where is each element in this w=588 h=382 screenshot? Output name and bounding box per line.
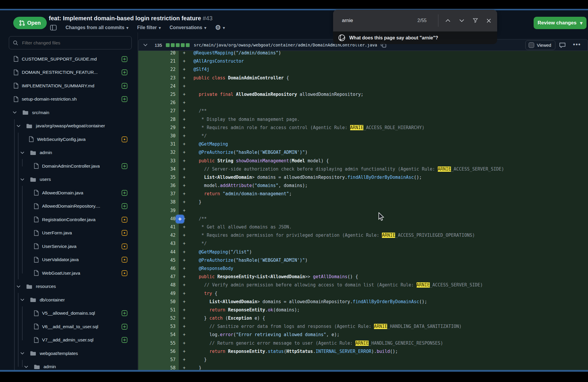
find-previous-button[interactable]	[443, 16, 453, 26]
code-token: AllowedDomain	[223, 299, 257, 304]
code-token: return	[209, 307, 225, 313]
diff-line-37: 37+ return "admin/domain-management";	[138, 190, 588, 198]
code-token: "/list"	[230, 249, 249, 255]
file-options-kebab[interactable]: •••	[573, 41, 581, 48]
code-token: (domains);	[273, 307, 300, 313]
code-text: return "admin/domain-management";	[193, 191, 292, 196]
folder-icon	[30, 150, 36, 155]
tree-file-domainadmincontroller-java[interactable]: DomainAdminController.java	[7, 159, 134, 173]
code-token	[215, 158, 217, 164]
addition-marker: +	[179, 266, 193, 271]
code-token: /**	[199, 216, 207, 221]
tree-file-setup-domain-restriction-sh[interactable]: setup-domain-restriction.sh	[7, 93, 134, 106]
code-token: List	[204, 175, 215, 180]
line-number: 26	[138, 99, 179, 107]
code-text: // Return generic error message to user …	[193, 341, 443, 346]
find-close-button[interactable]	[484, 16, 494, 26]
tree-folder-webgoat-templates[interactable]: webgoat/templates	[7, 347, 134, 360]
diffstat-added-block	[171, 43, 175, 47]
viewed-checkbox[interactable]: Viewed	[525, 40, 555, 50]
addition-marker: +	[179, 150, 193, 155]
sidebar-toggle-icon[interactable]	[50, 25, 57, 31]
search-match-highlight: ARNIE	[374, 324, 387, 329]
chevron-down-icon: ▾	[204, 26, 206, 30]
chevron-down-icon	[20, 178, 24, 181]
tree-folder-src-main[interactable]: src/main	[7, 106, 134, 119]
collapse-file-chevron-icon[interactable]	[143, 44, 148, 46]
file-filter-searchbox[interactable]	[9, 36, 132, 49]
code-token: (	[284, 349, 286, 354]
filter-changed-files-input[interactable]	[21, 40, 120, 46]
addition-marker: +	[179, 67, 193, 72]
chevron-down-icon	[20, 352, 24, 355]
addition-marker: +	[179, 141, 193, 147]
tree-file-label: WebGoatUser.java	[42, 271, 80, 276]
tree-folder-java-org-owasp-webgoat-container[interactable]: java/org/owasp/webgoat/container	[7, 119, 134, 133]
file-filter-dropdown[interactable]: File filter▾	[137, 25, 161, 30]
code-token: * Get all allowed domains as JSON.	[201, 224, 292, 230]
tree-file-registrationcontroller-java[interactable]: RegistrationController.java	[7, 213, 134, 226]
tree-file-alloweddomain-java[interactable]: AllowedDomain.java	[7, 186, 134, 200]
addition-marker: +	[179, 249, 193, 255]
file-status-modified-icon	[121, 216, 128, 223]
comment-icon[interactable]	[559, 42, 566, 49]
file-icon	[34, 190, 39, 196]
tree-folder-users[interactable]: users	[7, 173, 134, 186]
code-token: AllowedDomainRepository	[236, 92, 297, 97]
code-token: * Requires admin role for access control…	[201, 125, 350, 130]
conversations-dropdown[interactable]: Conversations▾	[170, 25, 206, 30]
tree-file-customer-support-guide-md[interactable]: CUSTOMER_SUPPORT_GUIDE.md	[7, 52, 134, 66]
file-status-added-icon	[121, 69, 128, 76]
code-text: */	[193, 133, 207, 139]
diff-line-58: 58+ }	[138, 364, 588, 370]
file-icon	[29, 136, 34, 142]
tree-file-v5-allowed-domains-sql[interactable]: V5__allowed_domains.sql	[7, 307, 134, 320]
tree-file-implementation-summary-md[interactable]: IMPLEMENTATION_SUMMARY.md	[7, 79, 134, 93]
tree-folder-admin[interactable]: admin	[7, 146, 134, 160]
tree-file-webgoatuser-java[interactable]: WebGoatUser.java	[7, 266, 134, 280]
tree-folder-db-container[interactable]: db/container	[7, 293, 134, 307]
tree-file-v7-add-admin-user-sql[interactable]: V7__add_admin_user.sql	[7, 333, 134, 347]
tree-file-domain-restriction-featur-[interactable]: DOMAIN_RESTRICTION_FEATUR...	[7, 66, 134, 79]
file-icon	[34, 203, 39, 209]
tree-file-userform-java[interactable]: UserForm.java	[7, 226, 134, 240]
code-token: () {	[348, 274, 358, 279]
ai-assistant-icon	[338, 34, 346, 42]
code-token: }	[193, 199, 201, 205]
changes-from-commits-dropdown[interactable]: Changes from all commits▾	[66, 25, 128, 30]
tree-file-uservalidator-java[interactable]: UserValidator.java	[7, 253, 134, 267]
code-token: getAllDomains	[313, 274, 347, 279]
tree-folder-label: admin	[40, 150, 52, 155]
code-token: <	[268, 274, 270, 279]
code-token: )	[305, 258, 308, 263]
code-token: try	[204, 291, 212, 296]
line-number: 27	[138, 107, 179, 115]
find-next-button[interactable]	[457, 16, 467, 26]
code-text: @ResponseBody	[193, 266, 233, 271]
line-number: 54	[138, 331, 179, 339]
code-text: log.error("Error retrieving allowed doma…	[193, 332, 340, 337]
find-filter-icon[interactable]	[470, 16, 480, 26]
tree-file-alloweddomainrepository-[interactable]: AllowedDomainRepository....	[7, 200, 134, 213]
code-token: ResponseEntity	[228, 349, 265, 354]
diff-line-42: 42+ * Requires admin permission for priv…	[138, 231, 588, 239]
diff-line-56: 56+ return ResponseEntity.status(HttpSta…	[138, 347, 588, 356]
screen: Open feat: Implement domain-based login …	[0, 0, 588, 382]
diff-line-34: 34+ // Server-side authorization check b…	[138, 165, 588, 173]
ai-page-question-suggestion[interactable]: What does this page say about "arnie"?	[333, 31, 497, 44]
file-status-added-icon	[121, 203, 128, 209]
addition-marker: +	[179, 133, 193, 139]
review-changes-label: Review changes	[538, 20, 577, 26]
search-match-highlight: ARNIE	[382, 233, 395, 238]
find-query-input[interactable]	[341, 17, 395, 24]
tree-file-websecurityconfig-java[interactable]: WebSecurityConfig.java	[7, 133, 134, 146]
tree-file-v6-add-email-to-user-sql[interactable]: V6__add_email_to_user.sql	[7, 320, 134, 333]
diff-settings-dropdown[interactable]: ⚙▾	[215, 24, 225, 31]
tree-folder-resources[interactable]: resources	[7, 280, 134, 293]
tree-file-userservice-java[interactable]: UserService.java	[7, 240, 134, 253]
review-changes-button[interactable]: Review changes ▾	[534, 17, 587, 29]
add-line-comment-button[interactable]: +	[176, 215, 184, 223]
checkbox-icon[interactable]	[529, 42, 534, 48]
code-token: // Server-side authorization check befor…	[204, 166, 438, 172]
folder-icon	[22, 110, 29, 115]
